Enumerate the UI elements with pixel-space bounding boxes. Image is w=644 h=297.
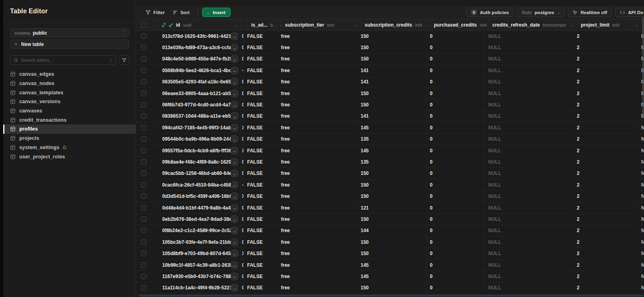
row-checkbox[interactable] <box>141 136 147 142</box>
schema-select[interactable]: schema public ⌃⌄ <box>10 28 129 37</box>
expand-row-button[interactable]: → <box>231 135 238 143</box>
row-checkbox[interactable] <box>141 239 147 245</box>
cell-tier[interactable]: free <box>278 88 357 99</box>
cell-frag[interactable]: -C <box>241 65 244 76</box>
cell-id[interactable]: 105bc3b7-03fe-4e7f-9efa-21bb40...→ <box>158 237 241 247</box>
cell-purchased[interactable]: 0 <box>427 122 485 133</box>
cell-id[interactable]: 0cac6fca-26cf-4510-84ba-c4580...→ <box>158 179 241 190</box>
row-checkbox[interactable] <box>141 125 147 131</box>
cell-is_admin[interactable]: FALSE <box>244 77 278 87</box>
cell-refresh[interactable]: NULL <box>485 282 574 293</box>
column-header-project_limit[interactable]: project_limitint4⌄ <box>578 19 642 30</box>
cell-purchased[interactable]: 0 <box>427 65 485 76</box>
cell-limit[interactable]: 2 <box>574 77 638 87</box>
expand-row-button[interactable]: → <box>231 250 238 258</box>
cell-frag[interactable]: X <box>241 248 244 259</box>
cell-is_admin[interactable]: FALSE <box>244 282 278 293</box>
horizontal-scrollbar[interactable] <box>138 295 643 297</box>
cell-refresh[interactable]: NULL <box>485 42 574 53</box>
expand-row-button[interactable]: → <box>231 66 238 74</box>
cell-refresh[interactable]: NULL <box>485 202 574 213</box>
cell-credits[interactable]: 150 <box>357 191 427 201</box>
row-checkbox[interactable] <box>141 33 147 39</box>
cell-purchased[interactable]: 0 <box>427 31 485 42</box>
cell-refresh[interactable]: NULL <box>485 88 574 99</box>
cell-frag[interactable]: -0 <box>241 179 244 190</box>
cell-tier[interactable]: free <box>278 145 357 156</box>
cell-tier[interactable]: free <box>278 31 357 42</box>
cell-limit[interactable]: 2 <box>574 282 638 293</box>
cell-limit[interactable]: 2 <box>574 54 638 64</box>
cell-tier[interactable]: free <box>278 202 357 213</box>
cell-purchased[interactable]: 0 <box>427 54 485 64</box>
cell-purchased[interactable]: 0 <box>427 156 485 167</box>
cell-tier[interactable]: free <box>278 237 357 247</box>
cell-is_admin[interactable]: FALSE <box>244 202 278 213</box>
cell-tier[interactable]: free <box>278 122 357 133</box>
vertical-scrollbar[interactable] <box>642 17 644 118</box>
column-header-purchased_credits[interactable]: purchased_creditsint4⌄ <box>431 19 489 30</box>
expand-row-button[interactable]: → <box>231 112 238 120</box>
sort-button[interactable]: Sort <box>169 8 194 17</box>
sidebar-item-canvases[interactable]: canvases <box>3 106 136 116</box>
cell-id[interactable]: 094caf42-7185-4e45-99f3-14abee...→ <box>158 122 241 133</box>
cell-tier[interactable]: free <box>278 282 357 293</box>
expand-row-button[interactable]: → <box>231 124 238 131</box>
cell-id[interactable]: 09557f5a-0dcb-4cb9-a6fb-fff366...→ <box>158 145 241 156</box>
row-checkbox[interactable] <box>141 91 147 96</box>
new-table-button[interactable]: + New table <box>10 39 129 49</box>
cell-refresh[interactable]: NULL <box>485 134 574 145</box>
cell-last[interactable]: NU <box>638 282 644 293</box>
cell-credits[interactable]: 150 <box>357 168 427 179</box>
cell-frag[interactable]: X <box>241 191 244 201</box>
cell-refresh[interactable]: NULL <box>485 191 574 201</box>
cell-tier[interactable]: free <box>278 260 357 270</box>
cell-limit[interactable]: 2 <box>574 168 638 179</box>
cell-refresh[interactable]: NULL <box>485 145 574 156</box>
cell-last[interactable]: NU <box>638 202 644 213</box>
cell-tier[interactable]: free <box>278 99 357 110</box>
cell-tier[interactable]: free <box>278 214 357 224</box>
sidebar-item-profiles[interactable]: profiles <box>3 125 136 134</box>
expand-row-button[interactable]: → <box>231 158 238 166</box>
cell-purchased[interactable]: 0 <box>427 248 485 259</box>
cell-purchased[interactable]: 0 <box>427 145 485 156</box>
insert-button[interactable]: ⌄ Insert <box>202 8 231 17</box>
cell-frag[interactable]: 0( <box>241 202 244 213</box>
cell-credits[interactable]: 145 <box>357 271 427 282</box>
cell-refresh[interactable]: NULL <box>485 214 574 224</box>
row-checkbox[interactable] <box>141 216 147 222</box>
sidebar-item-canvas_edges[interactable]: canvas_edges <box>3 70 136 79</box>
cell-frag[interactable]: 0( <box>241 156 244 167</box>
row-checkbox[interactable] <box>141 274 147 279</box>
cell-tier[interactable]: free <box>278 111 357 122</box>
cell-purchased[interactable]: 0 <box>427 225 485 236</box>
cell-limit[interactable]: 2 <box>574 179 638 190</box>
cell-purchased[interactable]: 0 <box>427 88 485 99</box>
cell-limit[interactable]: 2 <box>574 145 638 156</box>
cell-frag[interactable]: 0C <box>241 111 244 122</box>
auth-policies-button[interactable]: 5 Auth policies <box>466 8 514 17</box>
realtime-toggle-button[interactable]: Realtime off <box>568 8 612 17</box>
row-checkbox[interactable] <box>141 45 147 50</box>
cell-frag[interactable]: 0 <box>241 31 244 42</box>
row-checkbox[interactable] <box>141 113 147 119</box>
cell-last[interactable]: NU <box>638 237 644 247</box>
expand-row-button[interactable]: → <box>231 227 238 235</box>
row-checkbox[interactable] <box>141 182 147 188</box>
row-checkbox[interactable] <box>141 148 147 154</box>
cell-tier[interactable]: free <box>278 168 357 179</box>
cell-limit[interactable]: 2 <box>574 122 638 133</box>
cell-is_admin[interactable]: FALSE <box>244 260 278 270</box>
cell-purchased[interactable]: 0 <box>427 260 485 270</box>
cell-credits[interactable]: 150 <box>357 237 427 247</box>
cell-credits[interactable]: 141 <box>357 77 427 87</box>
cell-tier[interactable]: free <box>278 271 357 282</box>
cell-last[interactable]: NU <box>638 156 644 167</box>
cell-refresh[interactable]: NULL <box>485 54 574 64</box>
expand-row-button[interactable]: → <box>231 204 238 212</box>
cell-id[interactable]: 10b99c1f-4857-4c39-a8b1-263b8...→ <box>158 260 241 270</box>
cell-credits[interactable]: 150 <box>357 248 427 259</box>
cell-credits[interactable]: 150 <box>357 42 427 53</box>
cell-credits[interactable]: 145 <box>357 260 427 270</box>
